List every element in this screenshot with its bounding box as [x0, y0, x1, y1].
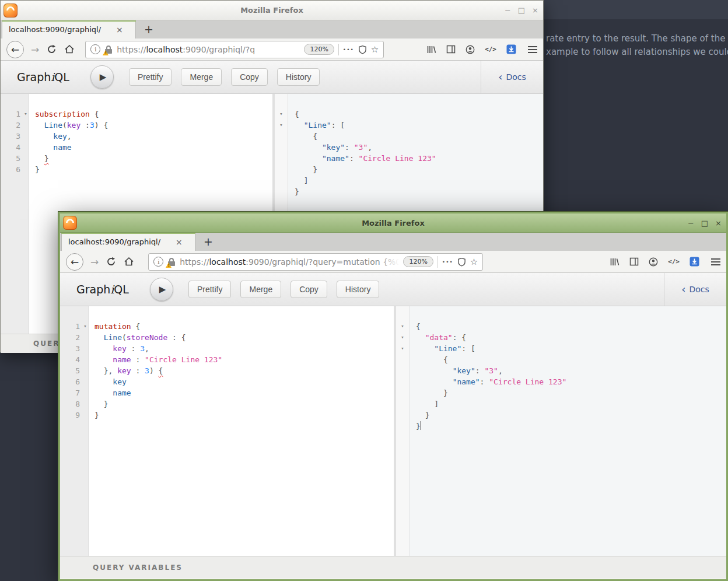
toolbar-icons: </> — [426, 44, 516, 54]
reload-icon[interactable] — [47, 44, 57, 54]
graphiql-toolbar: GraphiQL ▶ Prettify Merge Copy History ‹… — [1, 61, 543, 94]
url-bar[interactable]: i https://localhost:9090/graphiql/?query… — [148, 253, 483, 271]
execute-button[interactable]: ▶ — [150, 278, 173, 301]
copy-button[interactable]: Copy — [290, 281, 327, 298]
chevron-left-icon: ‹ — [681, 284, 685, 295]
tab-title: localhost:9090/graphiql/ — [2, 25, 115, 34]
pocket-shield-icon[interactable] — [457, 257, 466, 267]
minimize-icon[interactable]: − — [505, 6, 511, 14]
desktop: rate entry to the result. The shape of t… — [0, 0, 728, 581]
tab-close-icon[interactable]: × — [176, 237, 183, 247]
url-bar[interactable]: i https://localhost:9090/graphiql/?q 120… — [85, 41, 384, 58]
page-actions-icon[interactable]: ••• — [442, 259, 453, 265]
play-icon: ▶ — [100, 72, 107, 82]
page-actions-icon[interactable]: ••• — [343, 47, 354, 52]
result-panel: ▾{▾ "data": {▾ "Line": [ { "key": "3", "… — [396, 306, 726, 556]
maximize-icon[interactable]: □ — [518, 6, 525, 14]
back-button[interactable]: ← — [6, 41, 24, 58]
url-text[interactable]: https://localhost:9090/graphiql/?query=m… — [180, 257, 399, 267]
sidebar-icon[interactable] — [629, 257, 639, 266]
menu-icon[interactable] — [711, 258, 720, 265]
back-button[interactable]: ← — [66, 253, 83, 271]
close-icon[interactable]: × — [715, 219, 722, 227]
background-document-text: rate entry to the result. The shape of t… — [546, 32, 728, 59]
sidebar-icon[interactable] — [446, 45, 456, 54]
zoom-level-badge[interactable]: 120% — [304, 44, 334, 55]
graphiql-logo: GraphiQL — [76, 283, 129, 296]
history-button[interactable]: History — [337, 281, 380, 298]
home-icon[interactable] — [124, 257, 134, 267]
close-icon[interactable]: × — [532, 6, 538, 14]
tab-bar: localhost:9090/graphiql/ × + — [1, 20, 543, 38]
copy-button[interactable]: Copy — [231, 68, 268, 86]
minimize-icon[interactable]: − — [688, 219, 694, 227]
page-info-icon[interactable]: i — [90, 44, 100, 54]
titlebar[interactable]: Mozilla Firefox − □ × — [1, 1, 543, 20]
play-icon: ▶ — [159, 284, 166, 295]
docs-button[interactable]: ‹ Docs — [664, 273, 726, 306]
doc-line: xample to follow all relationships we co… — [546, 46, 728, 59]
forward-button[interactable]: → — [90, 256, 99, 268]
window-title: Mozilla Firefox — [1, 6, 543, 15]
url-text[interactable]: https://localhost:9090/graphiql/?q — [117, 45, 300, 54]
page-info-icon[interactable]: i — [153, 257, 163, 267]
tab-bar: localhost:9090/graphiql/ × + — [60, 233, 726, 251]
window-title: Mozilla Firefox — [60, 219, 726, 228]
docs-button[interactable]: ‹ Docs — [481, 61, 543, 93]
new-tab-button[interactable]: + — [142, 22, 156, 36]
insecure-lock-icon[interactable] — [167, 257, 176, 267]
bookmark-star-icon[interactable]: ☆ — [371, 44, 379, 55]
prettify-button[interactable]: Prettify — [129, 68, 172, 86]
graphiql-panes: 1▾mutation {2 Line(storeNode : {3 key : … — [60, 306, 726, 556]
developer-tools-icon[interactable]: </> — [668, 258, 680, 265]
chevron-left-icon: ‹ — [498, 72, 502, 82]
query-variables-bar[interactable]: QUERY VARIABLES — [60, 556, 726, 578]
tab-title: localhost:9090/graphiql/ — [62, 237, 174, 246]
titlebar[interactable]: Mozilla Firefox − □ × — [60, 214, 726, 233]
reload-icon[interactable] — [106, 257, 116, 267]
divider — [438, 256, 438, 268]
download-icon[interactable] — [690, 257, 699, 267]
account-icon[interactable] — [649, 257, 658, 267]
tab-close-icon[interactable]: × — [116, 25, 123, 34]
new-tab-button[interactable]: + — [201, 235, 215, 249]
doc-line: rate entry to the result. The shape of t… — [546, 32, 728, 46]
firefox-window-front: Mozilla Firefox − □ × localhost:9090/gra… — [58, 212, 728, 581]
library-icon[interactable] — [426, 45, 436, 54]
prettify-button[interactable]: Prettify — [188, 281, 232, 298]
bookmark-star-icon[interactable]: ☆ — [470, 257, 478, 267]
merge-button[interactable]: Merge — [240, 281, 281, 298]
zoom-level-badge[interactable]: 120% — [403, 256, 433, 267]
graphiql-toolbar: GraphiQL ▶ Prettify Merge Copy History ‹… — [60, 273, 726, 306]
forward-button[interactable]: → — [31, 44, 39, 55]
home-icon[interactable] — [64, 44, 75, 54]
pocket-shield-icon[interactable] — [358, 45, 367, 54]
account-icon[interactable] — [466, 45, 475, 54]
toolbar-icons: </> — [610, 257, 699, 267]
merge-button[interactable]: Merge — [181, 68, 222, 86]
history-button[interactable]: History — [277, 68, 320, 86]
insecure-lock-icon[interactable] — [104, 45, 113, 54]
library-icon[interactable] — [610, 257, 620, 267]
query-editor[interactable]: 1▾mutation {2 Line(storeNode : {3 key : … — [60, 306, 394, 556]
divider — [338, 44, 339, 55]
tab-graphiql[interactable]: localhost:9090/graphiql/ × — [2, 20, 136, 38]
firefox-icon — [4, 4, 18, 18]
download-icon[interactable] — [506, 44, 516, 54]
tab-graphiql[interactable]: localhost:9090/graphiql/ × — [61, 233, 195, 251]
menu-icon[interactable] — [528, 46, 537, 53]
firefox-icon — [63, 216, 77, 230]
maximize-icon[interactable]: □ — [701, 219, 708, 227]
developer-tools-icon[interactable]: </> — [485, 46, 496, 53]
navigation-toolbar: ← → i https://localhost:9090/graphiql/?q… — [1, 38, 543, 61]
graphiql-logo: GraphiQL — [17, 71, 69, 83]
navigation-toolbar: ← → i https://localhost:9090/graphiql/?q… — [60, 251, 726, 273]
execute-button[interactable]: ▶ — [90, 65, 114, 89]
